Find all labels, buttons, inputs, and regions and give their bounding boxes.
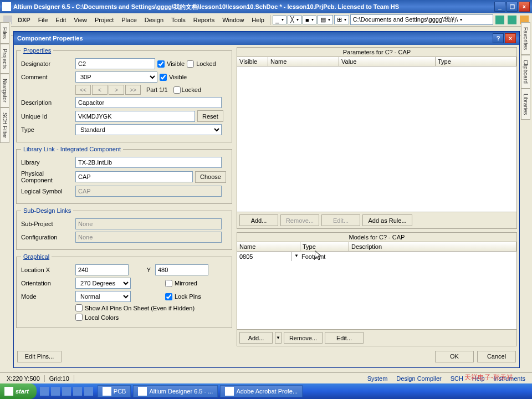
locy-input[interactable] (155, 264, 208, 275)
designator-input[interactable] (75, 58, 155, 69)
description-input[interactable] (75, 97, 222, 108)
localcolors-checkbox[interactable] (75, 314, 83, 321)
models-col-name[interactable]: Name (237, 242, 300, 251)
part-first-button[interactable]: << (75, 85, 91, 95)
task-pcb[interactable]: PCB (98, 385, 131, 397)
mode-select[interactable]: Normal (75, 291, 131, 302)
menu-edit[interactable]: Edit (52, 16, 69, 24)
parameters-body[interactable] (237, 66, 516, 212)
designator-visible-checkbox[interactable] (157, 60, 165, 68)
params-add-button[interactable]: Add... (239, 214, 278, 226)
localcolors-label: Local Colors (85, 314, 119, 321)
comment-visible-checkbox[interactable] (160, 74, 167, 81)
params-col-value[interactable]: Value (339, 57, 436, 66)
library-input[interactable] (75, 157, 222, 168)
ql-icon-5[interactable] (84, 387, 93, 396)
model-type-cell: Footprint (299, 252, 348, 261)
dialog-close-button[interactable]: × (505, 33, 516, 43)
models-edit-button[interactable]: Edit... (325, 332, 364, 344)
part-locked-checkbox[interactable] (173, 86, 181, 94)
params-addrule-button[interactable]: Add as Rule... (362, 214, 412, 226)
models-col-desc[interactable]: Description (349, 242, 516, 251)
sidetab-navigator[interactable]: Navigator (0, 74, 9, 108)
menu-place[interactable]: Place (118, 16, 140, 24)
params-col-name[interactable]: Name (268, 57, 339, 66)
sidetab-files[interactable]: Files (0, 22, 9, 44)
models-col-type[interactable]: Type (300, 242, 349, 251)
parameters-panel: Parameters for C? - CAP Visible Name Val… (237, 47, 517, 229)
tool-dropdown-1[interactable]: ⎯▾ (273, 16, 287, 24)
graphical-group: Graphical Location X Y Orientation 270 D… (16, 253, 232, 328)
nav-fwd-icon[interactable] (508, 16, 516, 24)
menu-dxp[interactable]: DXP (14, 16, 34, 24)
tool-dropdown-3[interactable]: ■▾ (303, 16, 316, 24)
graphical-legend: Graphical (21, 253, 52, 260)
comment-label: Comment (21, 74, 73, 80)
uniqueid-input[interactable] (75, 111, 195, 122)
part-last-button[interactable]: >> (125, 85, 141, 95)
tool-dropdown-2[interactable]: ╳▾ (288, 15, 301, 24)
sidetab-libraries[interactable]: Libraries (521, 89, 530, 120)
model-name-dropdown[interactable]: ▼ (291, 252, 299, 261)
restore-button[interactable]: ❐ (507, 2, 518, 12)
sidetab-schfilter[interactable]: SCH Filter (0, 108, 9, 143)
sidetab-projects[interactable]: Projects (0, 44, 9, 74)
ql-icon-1[interactable] (40, 387, 49, 396)
part-next-button[interactable]: > (109, 85, 124, 95)
status-help[interactable]: Help (468, 375, 489, 382)
mirrored-checkbox[interactable] (165, 280, 172, 287)
params-col-type[interactable]: Type (436, 57, 516, 66)
sidetab-favorites[interactable]: Favorites (521, 22, 530, 55)
physical-input[interactable] (75, 171, 193, 182)
showallpins-checkbox[interactable] (75, 304, 83, 311)
locx-input[interactable] (75, 264, 129, 275)
sidetabs-right: Favorites Clipboard Libraries (521, 22, 532, 120)
comment-select[interactable]: 30P (75, 71, 157, 83)
tool-dropdown-4[interactable]: ▤▾ (318, 15, 333, 24)
menu-help[interactable]: Help (248, 16, 268, 24)
models-body[interactable]: 0805 ▼ Footprint (237, 252, 516, 329)
start-button[interactable]: start (0, 383, 37, 399)
dialog-help-button[interactable]: ? (493, 33, 504, 43)
locked-label-2: Locked (182, 86, 201, 93)
tool-dropdown-5[interactable]: ⊞▾ (334, 15, 349, 24)
path-dropdown[interactable]: C:\Documents and Settings\gggg\我的\▾ (350, 14, 493, 25)
menu-window[interactable]: Window (219, 16, 247, 24)
choose-button[interactable]: Choose (195, 171, 226, 183)
ql-icon-2[interactable] (51, 387, 60, 396)
mirrored-label: Mirrored (175, 280, 197, 287)
params-col-visible[interactable]: Visible (237, 57, 268, 66)
close-button[interactable]: × (519, 2, 530, 12)
menu-view[interactable]: View (70, 16, 90, 24)
models-panel: Models for C? - CAP Name Type Descriptio… (237, 232, 517, 346)
menu-project[interactable]: Project (91, 16, 117, 24)
table-row[interactable]: 0805 ▼ Footprint (237, 252, 516, 262)
menu-design[interactable]: Design (141, 16, 167, 24)
status-system[interactable]: System (363, 375, 392, 382)
ql-icon-3[interactable] (62, 387, 71, 396)
status-instruments[interactable]: Instruments (489, 375, 530, 382)
ok-button[interactable]: OK (435, 351, 474, 362)
ql-icon-4[interactable] (73, 387, 82, 396)
part-prev-button[interactable]: < (92, 85, 108, 95)
orientation-select[interactable]: 270 Degrees (75, 278, 131, 289)
cancel-button[interactable]: Cancel (477, 351, 516, 362)
reset-button[interactable]: Reset (197, 110, 223, 122)
menu-reports[interactable]: Reports (190, 16, 218, 24)
models-add-button[interactable]: Add... (239, 332, 273, 344)
sidetab-clipboard[interactable]: Clipboard (521, 55, 530, 89)
menu-file[interactable]: File (35, 16, 52, 24)
minimize-button[interactable]: _ (494, 2, 505, 12)
type-select[interactable]: Standard (75, 124, 222, 135)
models-remove-button[interactable]: Remove... (284, 332, 323, 344)
task-altium[interactable]: Altium Designer 6.5 - ... (133, 385, 218, 397)
designator-locked-checkbox[interactable] (187, 60, 194, 68)
lockpins-checkbox[interactable] (165, 293, 172, 300)
models-add-dropdown[interactable]: ▼ (275, 332, 282, 344)
editpins-button[interactable]: Edit Pins... (17, 351, 62, 362)
menu-tools[interactable]: Tools (168, 16, 189, 24)
task-acrobat[interactable]: Adobe Acrobat Profe... (220, 385, 303, 397)
nav-back-icon[interactable] (495, 16, 504, 24)
status-sch[interactable]: SCH (446, 375, 468, 382)
status-dc[interactable]: Design Compiler (392, 375, 446, 382)
